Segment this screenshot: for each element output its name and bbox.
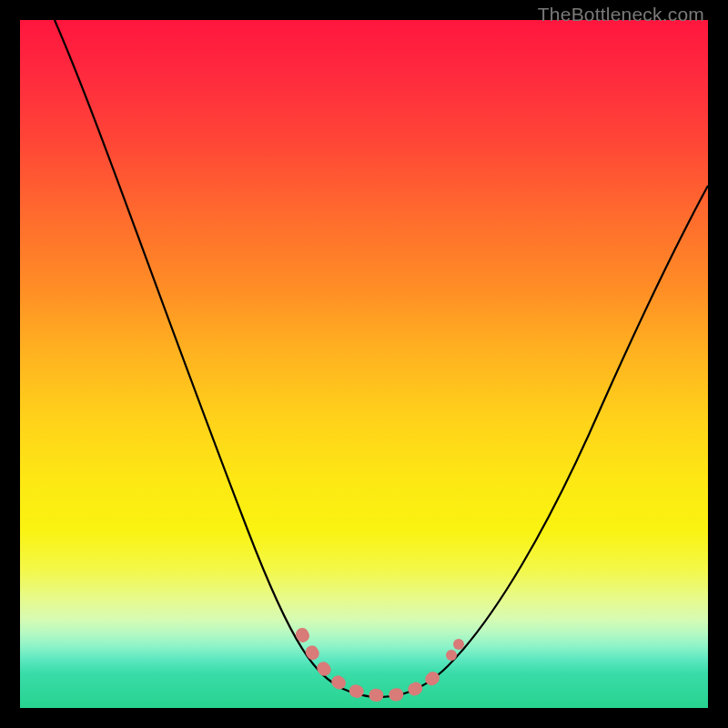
svg-point-1: [453, 639, 464, 650]
chart-frame: [20, 20, 708, 708]
curve-path: [55, 20, 708, 697]
sweet-spot-highlight: [302, 634, 446, 695]
watermark-text: TheBottleneck.com: [538, 4, 704, 25]
svg-point-0: [446, 650, 457, 661]
sweet-spot-dots: [446, 639, 464, 661]
bottleneck-curve: [20, 20, 708, 708]
